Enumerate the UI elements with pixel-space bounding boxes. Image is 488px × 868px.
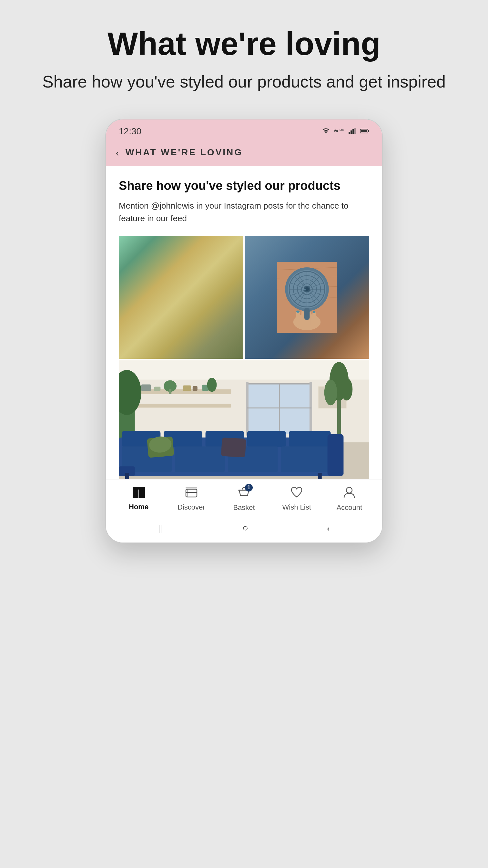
svg-rect-31	[173, 286, 189, 312]
image-grid-top: JOHN	[119, 236, 369, 359]
svg-rect-18	[145, 259, 150, 330]
status-time: 12:30	[119, 126, 141, 136]
svg-rect-21	[194, 259, 198, 330]
svg-rect-36	[166, 288, 172, 306]
svg-rect-117	[318, 473, 322, 479]
svg-rect-27	[171, 339, 191, 355]
wifi-icon	[321, 127, 330, 135]
fashion-image	[119, 236, 243, 359]
svg-rect-87	[193, 386, 197, 391]
svg-rect-5	[352, 129, 354, 134]
svg-rect-19	[162, 259, 166, 330]
svg-rect-23	[226, 259, 230, 330]
page-subtitle: Share how you've styled our products and…	[42, 71, 446, 93]
svg-rect-50	[313, 312, 316, 327]
svg-rect-108	[175, 446, 225, 472]
nav-item-home[interactable]: Home	[112, 487, 165, 511]
basket-label: Basket	[233, 503, 255, 512]
svg-rect-16	[120, 321, 242, 322]
discover-icon	[185, 487, 197, 501]
home-button[interactable]: ○	[242, 523, 248, 533]
svg-rect-22	[210, 259, 214, 330]
recent-apps-button[interactable]: |||	[158, 523, 164, 533]
svg-point-0	[325, 132, 327, 133]
svg-rect-32	[174, 310, 181, 346]
svg-point-29	[173, 269, 189, 287]
svg-rect-33	[183, 310, 189, 346]
svg-rect-79	[310, 382, 312, 436]
svg-rect-8	[368, 130, 369, 132]
svg-point-30	[172, 265, 190, 278]
svg-point-25	[123, 314, 149, 346]
svg-rect-106	[289, 431, 330, 447]
back-system-button[interactable]: ‹	[327, 523, 330, 533]
svg-rect-39	[183, 278, 189, 281]
svg-rect-120	[133, 487, 145, 490]
svg-text:LTE: LTE	[339, 128, 344, 131]
content-heading: Share how you've styled our products	[119, 179, 369, 193]
svg-rect-72	[304, 308, 310, 320]
svg-point-125	[346, 487, 352, 493]
svg-point-35	[182, 345, 190, 349]
wishlist-label: Wish List	[283, 503, 311, 512]
svg-rect-119	[139, 488, 145, 498]
home-icon	[133, 487, 145, 501]
back-button[interactable]: ‹	[116, 147, 119, 159]
svg-rect-86	[183, 385, 191, 391]
svg-point-91	[207, 378, 217, 392]
svg-rect-40	[181, 279, 183, 280]
content-body: Mention @johnlewis in your Instagram pos…	[119, 199, 369, 225]
system-nav-bar: ||| ○ ‹	[106, 517, 382, 542]
svg-rect-17	[129, 259, 133, 330]
svg-rect-105	[247, 431, 286, 447]
svg-point-97	[341, 378, 352, 401]
svg-point-26	[220, 320, 239, 346]
svg-rect-110	[281, 446, 330, 472]
discover-label: Discover	[177, 503, 205, 512]
svg-text:JOHN: JOHN	[301, 288, 306, 290]
svg-text:Vo: Vo	[334, 129, 338, 133]
svg-point-54	[313, 311, 315, 313]
svg-point-34	[173, 345, 182, 349]
svg-point-28	[171, 336, 191, 343]
svg-rect-12	[120, 262, 242, 263]
svg-rect-38	[175, 278, 182, 281]
page-title: What we're loving	[42, 26, 446, 61]
basket-badge: 1	[245, 484, 253, 492]
main-content: Share how you've styled our products Men…	[106, 166, 382, 480]
top-nav-bar: ‹ WHAT WE'RE LOVING	[106, 142, 382, 166]
living-room-image	[119, 360, 369, 479]
svg-rect-20	[178, 259, 182, 330]
fan-image: JOHN	[245, 236, 369, 359]
svg-rect-10	[120, 236, 242, 359]
svg-rect-118	[133, 488, 138, 498]
svg-rect-24	[120, 327, 242, 359]
svg-rect-11	[120, 262, 242, 327]
nav-item-account[interactable]: Account	[323, 486, 376, 512]
svg-rect-90	[169, 390, 171, 394]
svg-rect-85	[154, 387, 160, 391]
nav-item-discover[interactable]: Discover	[165, 487, 218, 512]
phone-frame: 12:30 Vo LTE	[105, 119, 383, 544]
nav-item-basket[interactable]: 1 Basket	[218, 486, 270, 512]
account-label: Account	[337, 503, 362, 512]
home-label: Home	[129, 503, 149, 511]
svg-point-51	[296, 311, 299, 313]
svg-rect-47	[296, 311, 300, 328]
svg-rect-14	[120, 292, 242, 293]
svg-rect-13	[120, 278, 242, 279]
svg-point-96	[324, 380, 337, 406]
status-bar: 12:30 Vo LTE	[106, 120, 382, 142]
svg-rect-83	[135, 404, 231, 407]
svg-rect-116	[125, 473, 129, 479]
svg-rect-114	[328, 434, 344, 476]
signal-icon	[349, 127, 357, 135]
svg-rect-6	[354, 128, 356, 134]
account-icon	[343, 486, 355, 501]
battery-icon	[360, 127, 369, 135]
lte-icon: Vo LTE	[334, 127, 345, 135]
status-icons: Vo LTE	[321, 127, 369, 135]
svg-rect-84	[141, 384, 151, 391]
svg-rect-78	[246, 382, 249, 436]
nav-item-wishlist[interactable]: Wish List	[270, 487, 323, 512]
